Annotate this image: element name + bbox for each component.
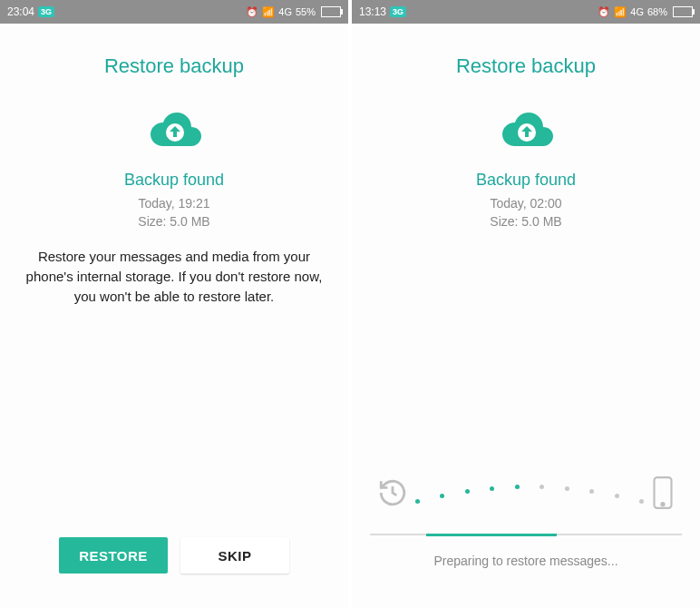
- status-time: 13:13: [359, 5, 386, 18]
- phone-screen-initial: 23:04 3G ⏰ 📶 4G 55% Restore backup: [0, 0, 348, 608]
- progress-status-text: Preparing to restore messages...: [370, 554, 682, 568]
- alarm-icon: ⏰: [598, 6, 610, 18]
- battery-icon: [673, 6, 693, 17]
- cloud-upload-icon: [498, 109, 554, 152]
- progress-bar: [370, 534, 682, 535]
- backup-date: Today, 02:00: [490, 195, 561, 213]
- restore-button[interactable]: RESTORE: [59, 537, 168, 574]
- cloud-upload-icon: [146, 109, 202, 152]
- signal-label: 4G: [630, 6, 644, 17]
- battery-icon: [321, 6, 341, 17]
- progress-fill: [426, 534, 557, 536]
- page-title: Restore backup: [456, 54, 596, 78]
- backup-found-label: Backup found: [124, 171, 224, 190]
- battery-pct: 68%: [647, 6, 667, 17]
- wifi-icon: 📶: [614, 6, 627, 18]
- phone-screen-progress: 13:13 3G ⏰ 📶 4G 68% Restore backup: [352, 0, 700, 608]
- status-time: 23:04: [7, 5, 34, 18]
- transfer-dots: [408, 485, 651, 504]
- battery-pct: 55%: [296, 6, 316, 17]
- network-badge: 3G: [38, 6, 54, 17]
- status-bar: 13:13 3G ⏰ 📶 4G 68%: [352, 0, 700, 24]
- alarm-icon: ⏰: [246, 6, 258, 18]
- history-icon: [377, 477, 408, 512]
- restore-description: Restore your messages and media from you…: [18, 247, 330, 306]
- signal-label: 4G: [278, 6, 292, 17]
- backup-found-label: Backup found: [476, 171, 576, 190]
- page-title: Restore backup: [104, 54, 244, 78]
- backup-date: Today, 19:21: [138, 195, 209, 213]
- backup-size: Size: 5.0 MB: [138, 213, 209, 231]
- backup-size: Size: 5.0 MB: [490, 213, 561, 231]
- phone-icon: [651, 476, 675, 514]
- status-bar: 23:04 3G ⏰ 📶 4G 55%: [0, 0, 348, 24]
- skip-button[interactable]: SKIP: [180, 537, 289, 574]
- wifi-icon: 📶: [262, 6, 275, 18]
- svg-point-3: [661, 503, 664, 505]
- network-badge: 3G: [390, 6, 406, 17]
